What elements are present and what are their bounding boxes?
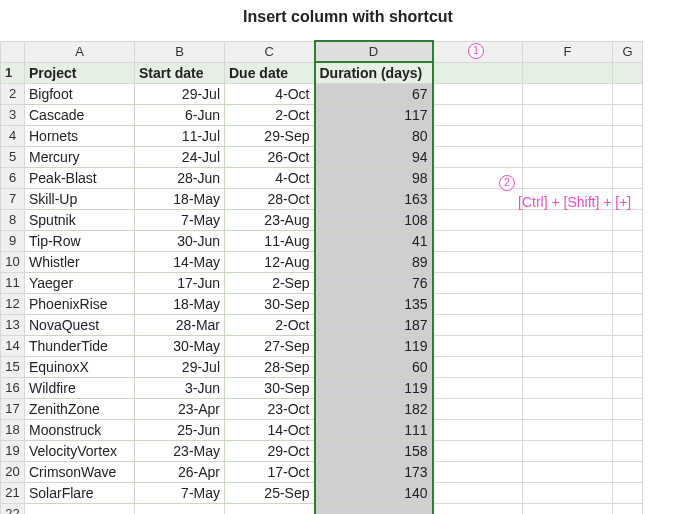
cell-project[interactable]: Whistler (25, 251, 135, 272)
row-header[interactable]: 18 (1, 419, 25, 440)
cell-empty[interactable] (613, 398, 643, 419)
cell-empty[interactable] (523, 503, 613, 514)
cell-empty[interactable] (433, 230, 523, 251)
cell-duration[interactable]: 94 (315, 146, 433, 167)
cell-empty[interactable] (523, 314, 613, 335)
cell-empty[interactable] (433, 440, 523, 461)
cell-empty[interactable] (523, 461, 613, 482)
cell-duration[interactable]: 76 (315, 272, 433, 293)
row-header[interactable]: 13 (1, 314, 25, 335)
cell-due[interactable]: 12-Aug (225, 251, 315, 272)
cell-duration[interactable]: 41 (315, 230, 433, 251)
cell-empty[interactable] (523, 125, 613, 146)
cell-empty[interactable] (523, 272, 613, 293)
cell-start[interactable]: 28-Mar (135, 314, 225, 335)
row-header[interactable]: 22 (1, 503, 25, 514)
cell-empty[interactable] (523, 83, 613, 104)
cell-duration-header[interactable]: Duration (days) (315, 62, 433, 83)
row-header[interactable]: 10 (1, 251, 25, 272)
cell-due-header[interactable]: Due date (225, 62, 315, 83)
cell-due[interactable]: 17-Oct (225, 461, 315, 482)
row-header[interactable]: 19 (1, 440, 25, 461)
cell-empty[interactable] (433, 146, 523, 167)
row-header[interactable]: 9 (1, 230, 25, 251)
cell-empty[interactable] (613, 125, 643, 146)
row-header[interactable]: 6 (1, 167, 25, 188)
row-header[interactable]: 11 (1, 272, 25, 293)
cell-project[interactable]: CrimsonWave (25, 461, 135, 482)
cell-empty[interactable] (523, 167, 613, 188)
cell-due[interactable]: 27-Sep (225, 335, 315, 356)
cell-duration[interactable]: 140 (315, 482, 433, 503)
cell-project[interactable]: Wildfire (25, 377, 135, 398)
cell-empty[interactable] (613, 482, 643, 503)
cell-empty[interactable] (433, 335, 523, 356)
cell-empty[interactable] (523, 482, 613, 503)
cell-duration[interactable]: 135 (315, 293, 433, 314)
cell-empty[interactable] (315, 503, 433, 514)
cell-start[interactable]: 3-Jun (135, 377, 225, 398)
cell-start[interactable]: 23-May (135, 440, 225, 461)
cell-empty[interactable] (613, 419, 643, 440)
cell-due[interactable]: 25-Sep (225, 482, 315, 503)
cell-empty[interactable] (523, 146, 613, 167)
row-header[interactable]: 17 (1, 398, 25, 419)
cell-due[interactable]: 28-Oct (225, 188, 315, 209)
col-header-d[interactable]: D (315, 41, 433, 62)
cell-duration[interactable]: 163 (315, 188, 433, 209)
cell-start[interactable]: 30-May (135, 335, 225, 356)
cell-empty[interactable] (433, 356, 523, 377)
cell-start[interactable]: 28-Jun (135, 167, 225, 188)
cell-empty[interactable] (433, 251, 523, 272)
row-header[interactable]: 14 (1, 335, 25, 356)
cell-project[interactable]: PhoenixRise (25, 293, 135, 314)
cell-empty[interactable] (523, 377, 613, 398)
cell-empty[interactable] (613, 293, 643, 314)
cell-start[interactable]: 18-May (135, 293, 225, 314)
cell-start[interactable]: 7-May (135, 482, 225, 503)
cell-empty[interactable] (433, 188, 523, 209)
cell-empty[interactable] (433, 104, 523, 125)
cell-empty[interactable] (523, 335, 613, 356)
cell-duration[interactable]: 67 (315, 83, 433, 104)
cell-empty[interactable] (613, 377, 643, 398)
cell-empty[interactable] (613, 62, 643, 83)
cell-empty[interactable] (433, 293, 523, 314)
cell-project[interactable]: Peak-Blast (25, 167, 135, 188)
cell-start[interactable]: 14-May (135, 251, 225, 272)
cell-empty[interactable] (613, 209, 643, 230)
cell-empty[interactable] (433, 62, 523, 83)
cell-empty[interactable] (523, 398, 613, 419)
cell-project[interactable]: ThunderTide (25, 335, 135, 356)
cell-start[interactable]: 30-Jun (135, 230, 225, 251)
cell-duration[interactable]: 89 (315, 251, 433, 272)
row-header[interactable]: 5 (1, 146, 25, 167)
col-header-f[interactable]: F (523, 41, 613, 62)
cell-due[interactable]: 14-Oct (225, 419, 315, 440)
cell-due[interactable]: 4-Oct (225, 83, 315, 104)
cell-duration[interactable]: 98 (315, 167, 433, 188)
cell-due[interactable]: 2-Oct (225, 104, 315, 125)
cell-duration[interactable]: 117 (315, 104, 433, 125)
cell-due[interactable]: 23-Oct (225, 398, 315, 419)
row-header[interactable]: 12 (1, 293, 25, 314)
cell-due[interactable]: 11-Aug (225, 230, 315, 251)
col-header-g[interactable]: G (613, 41, 643, 62)
col-header-c[interactable]: C (225, 41, 315, 62)
cell-due[interactable]: 29-Sep (225, 125, 315, 146)
cell-empty[interactable] (523, 209, 613, 230)
col-header-a[interactable]: A (25, 41, 135, 62)
cell-due[interactable]: 26-Oct (225, 146, 315, 167)
cell-empty[interactable] (433, 209, 523, 230)
cell-duration[interactable]: 182 (315, 398, 433, 419)
cell-empty[interactable] (523, 419, 613, 440)
cell-project[interactable]: Cascade (25, 104, 135, 125)
cell-due[interactable]: 2-Sep (225, 272, 315, 293)
cell-start[interactable]: 29-Jul (135, 83, 225, 104)
spreadsheet[interactable]: A B C D E F G 1ProjectStart dateDue date… (0, 40, 643, 514)
cell-empty[interactable] (523, 440, 613, 461)
cell-project[interactable]: EquinoxX (25, 356, 135, 377)
cell-start[interactable]: 29-Jul (135, 356, 225, 377)
cell-duration[interactable]: 187 (315, 314, 433, 335)
cell-empty[interactable] (613, 440, 643, 461)
